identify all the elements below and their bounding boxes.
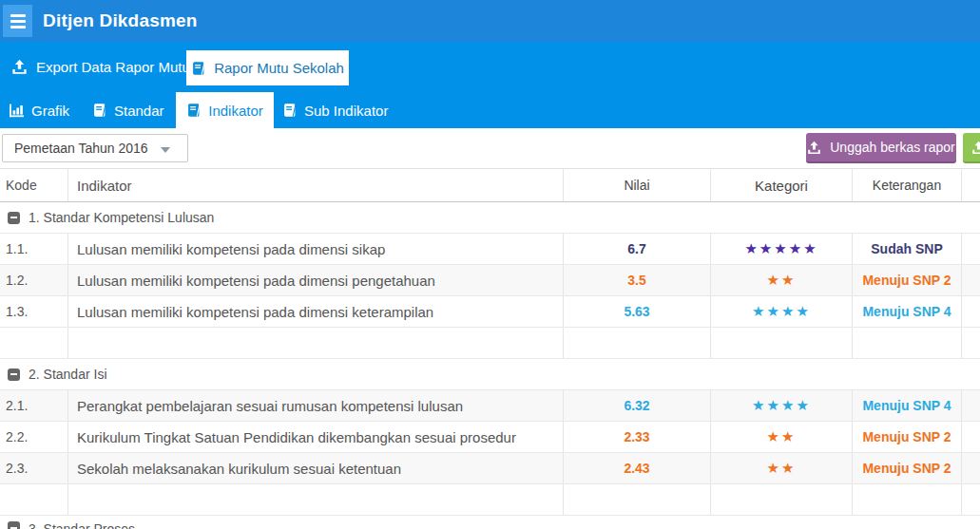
star-rating: ★★ [711,422,853,452]
cell-spacer [962,234,980,264]
cell-nilai: 3.5 [564,265,711,295]
upload-icon [971,141,980,155]
section-title: 1. Standar Kompetensi Lulusan [29,210,214,225]
col-header-kode: Kode [0,169,68,201]
cell-nilai: 2.43 [564,453,711,483]
section-row-1[interactable]: 1. Standar Kompetensi Lulusan [0,202,980,234]
collapse-icon[interactable] [8,212,20,224]
star-rating: ★★★★★ [711,234,853,264]
table-row-empty [0,484,980,516]
app-window: Ditjen Dikdasmen Export Data Rapor Mutu … [0,0,980,529]
collapse-icon[interactable] [8,521,20,529]
cell-indikator: Lulusan memiliki kompetensi pada dimensi… [68,265,564,295]
upload-icon [11,59,28,75]
table-row: 2.3. Sekolah melaksanakan kurikulum sesu… [0,453,980,484]
book-icon [282,103,298,118]
book-icon [186,103,202,118]
col-header-indikator: Indikator [68,169,564,201]
cell-indikator: Perangkat pembelajaran sesuai rumusan ko… [68,390,564,421]
export-data-rapor-mutu-button[interactable]: Export Data Rapor Mutu [11,42,190,92]
year-select-value: Pemetaan Tahun 2016 [14,141,148,156]
cell-keterangan [853,328,962,358]
cell-kode [0,484,68,515]
tab-indikator-active[interactable]: Indikator [176,92,274,128]
cell-kategori [711,484,853,515]
top-header-bar: Ditjen Dikdasmen [0,0,980,42]
cell-nilai: 5.63 [564,296,711,327]
section-row-3[interactable]: 3. Standar Proses [0,516,980,529]
rapor-mutu-sekolah-button[interactable]: Rapor Mutu Sekolah [186,50,349,85]
table-header-row: Kode Indikator Nilai Kategori Keterangan [0,169,980,202]
cell-spacer [962,422,980,452]
cell-nilai: 2.33 [564,422,711,452]
tab-bar: Grafik Standar Indikator Sub Indikator [0,92,980,128]
cell-spacer [962,265,980,295]
hamburger-icon [10,14,26,28]
book-icon [191,61,206,76]
indicator-table: Kode Indikator Nilai Kategori Keterangan… [0,168,980,529]
table-row-empty [0,328,980,359]
content-area: Pemetaan Tahun 2016 Unggah berkas rapor … [0,128,980,529]
tab-standar-label: Standar [114,103,164,119]
tab-sub-indikator[interactable]: Sub Indikator [282,92,388,128]
cell-kode: 1.1. [0,234,68,264]
cell-keterangan: Menuju SNP 2 [853,453,962,483]
cell-spacer [962,453,980,483]
star-rating: ★★★★ [711,390,853,421]
cell-kode: 2.2. [0,422,68,452]
cell-nilai: 6.7 [564,234,711,264]
rapor-label: Rapor Mutu Sekolah [214,60,344,76]
unggah-berkas-rapor-button[interactable]: Unggah berkas rapor [806,133,956,163]
unggah-label: Unggah berkas rapor [830,140,955,155]
hamburger-menu-button[interactable] [3,5,32,37]
cell-kode: 2.1. [0,390,68,421]
star-rating: ★★★★ [711,296,853,327]
table-row: 1.1. Lulusan memiliki kompetensi pada di… [0,234,980,265]
col-header-nilai: Nilai [564,169,711,201]
collapse-icon[interactable] [8,368,20,381]
cell-keterangan [853,484,962,515]
cell-kode [0,328,68,358]
year-select[interactable]: Pemetaan Tahun 2016 [2,134,188,162]
cell-keterangan: Menuju SNP 2 [853,265,962,295]
col-header-spacer [962,169,980,201]
cell-keterangan: Sudah SNP [853,234,962,264]
tab-standar[interactable]: Standar [92,92,164,128]
col-header-kategori: Kategori [711,169,853,201]
cell-nilai [564,484,711,515]
cell-spacer [962,296,980,327]
cell-keterangan: Menuju SNP 4 [853,296,962,327]
export-label: Export Data Rapor Mutu [36,59,190,75]
cell-indikator: Lulusan memiliki kompetensi pada dimensi… [68,296,564,327]
cell-indikator [68,484,564,515]
star-rating: ★★ [711,453,853,483]
chevron-down-icon [161,147,170,153]
cell-indikator: Kurikulum Tingkat Satuan Pendidikan dike… [68,422,564,452]
cell-nilai: 6.32 [564,390,711,421]
cell-kode: 1.3. [0,296,68,327]
page-title: Ditjen Dikdasmen [43,0,198,42]
table-row: 2.1. Perangkat pembelajaran sesuai rumus… [0,390,980,422]
cell-keterangan: Menuju SNP 4 [853,390,962,421]
book-icon [92,103,107,118]
tab-grafik[interactable]: Grafik [9,92,69,128]
cell-keterangan: Menuju SNP 2 [853,422,962,452]
star-rating: ★★ [711,265,853,295]
cell-kode: 1.2. [0,265,68,295]
cell-indikator: Sekolah melaksanakan kurikulum sesuai ke… [68,453,564,483]
cell-kode: 2.3. [0,453,68,483]
table-row: 2.2. Kurikulum Tingkat Satuan Pendidikan… [0,422,980,453]
green-action-button[interactable] [963,133,980,163]
tab-sub-indikator-label: Sub Indikator [304,103,388,119]
col-header-keterangan: Keterangan [853,169,962,201]
section-row-2[interactable]: 2. Standar Isi [0,359,980,390]
upload-icon [807,141,821,155]
cell-kategori [711,328,853,358]
section-title: 2. Standar Isi [29,367,107,382]
table-row: 1.3. Lulusan memiliki kompetensi pada di… [0,296,980,328]
toolbar: Export Data Rapor Mutu Rapor Mutu Sekola… [0,42,980,92]
cell-nilai [564,328,711,358]
cell-spacer [962,484,980,515]
cell-spacer [962,328,980,358]
tab-grafik-label: Grafik [31,103,69,119]
